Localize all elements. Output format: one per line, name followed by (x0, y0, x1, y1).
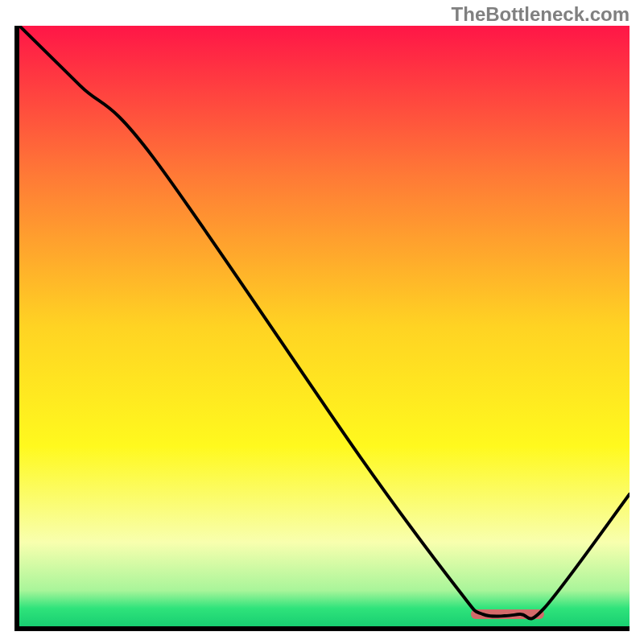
watermark-text: TheBottleneck.com (452, 3, 630, 26)
chart-plot-area (14, 26, 630, 631)
chart-svg (19, 26, 630, 626)
chart-frame: TheBottleneck.com (0, 0, 644, 644)
gradient-background (19, 26, 630, 626)
